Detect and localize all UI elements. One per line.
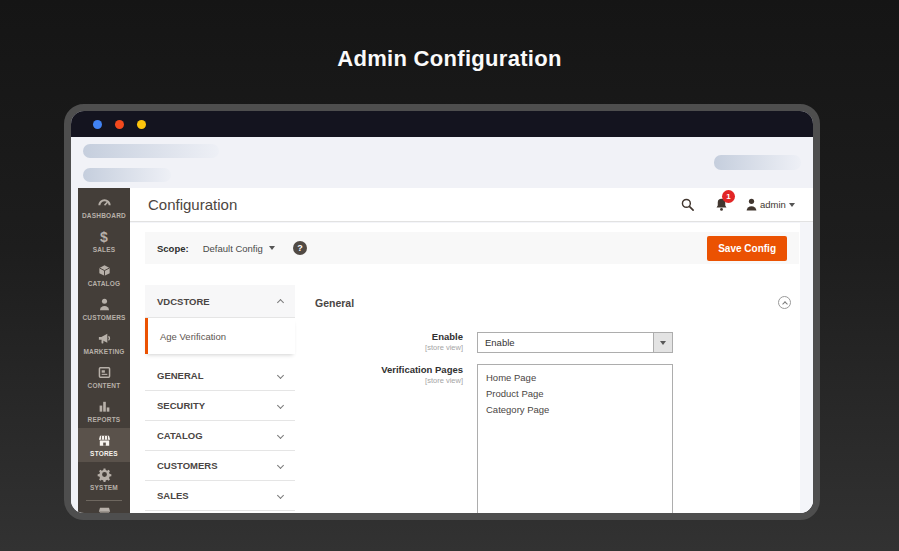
sidebar-item-dashboard[interactable]: DASHBOARD [78,190,130,224]
user-icon[interactable] [744,197,759,216]
sidebar-item-label: CATALOG [88,280,121,287]
config-nav-item-age-verification[interactable]: Age Verification [145,318,295,354]
browser-window: DASHBOARD $ SALES CATALOG [64,104,820,520]
config-nav-group-label: CATALOG [157,430,203,441]
config-nav-section-label: VDCSTORE [157,296,210,307]
scope-select[interactable]: Default Config [203,243,263,254]
field-scope-text: [store view] [315,343,463,352]
sidebar-divider [86,500,122,501]
config-nav-group-customers[interactable]: CUSTOMERS [145,451,295,481]
config-nav: VDCSTORE Age Verification GENERAL SECURI… [145,285,295,511]
sidebar-item-customers[interactable]: CUSTOMERS [78,292,130,326]
config-nav-section-vdcstore[interactable]: VDCSTORE [145,285,295,318]
skeleton-bar [714,155,801,170]
sidebar-item-label: CONTENT [88,382,121,389]
chevron-down-icon [789,203,795,207]
config-nav-group-general[interactable]: GENERAL [145,361,295,391]
save-config-button[interactable]: Save Config [707,236,787,261]
sidebar-item-label: SYSTEM [90,484,118,491]
config-nav-group-label: CUSTOMERS [157,460,218,471]
dollar-icon: $ [100,229,108,244]
help-icon[interactable]: ? [293,241,307,255]
scope-label: Scope: [157,243,189,254]
field-label-enable: Enable [store view] [315,331,463,352]
select-arrow-button[interactable] [653,333,672,352]
sidebar-item-system[interactable]: SYSTEM [78,462,130,496]
package-icon [97,263,112,278]
search-icon[interactable] [680,197,695,216]
chevron-down-icon [277,402,284,409]
config-nav-active-label: Age Verification [160,331,226,342]
sidebar-item-label: CUSTOMERS [82,314,125,321]
sidebar-item-label: DASHBOARD [82,212,126,219]
sidebar-item-marketing[interactable]: MARKETING [78,326,130,360]
window-dot-red[interactable] [115,120,124,129]
magento-admin: DASHBOARD $ SALES CATALOG [78,188,813,513]
chevron-down-icon [277,462,284,469]
multiselect-option-category-page[interactable]: Category Page [478,402,672,418]
skeleton-bar [83,144,219,158]
sidebar-item-label: MARKETING [83,348,124,355]
collapse-section-button[interactable] [778,296,791,309]
enable-select-value: Enable [485,333,515,352]
admin-sidebar: DASHBOARD $ SALES CATALOG [78,188,130,513]
configuration-title: Configuration [148,196,237,213]
field-label-verification-pages: Verification Pages [store view] [315,364,463,385]
sidebar-item-stores[interactable]: STORES [78,428,130,462]
sidebar-item-catalog[interactable]: CATALOG [78,258,130,292]
config-nav-group-label: GENERAL [157,370,203,381]
scope-bar: Scope: Default Config ? Save Config [145,232,799,264]
admin-main: Configuration 1 admin [130,188,813,513]
notification-badge[interactable]: 1 [722,190,735,203]
gear-icon [97,467,112,482]
chevron-up-icon [782,301,788,307]
field-label-text: Enable [315,331,463,342]
section-title-general: General [315,297,354,309]
chevron-down-icon [660,341,666,345]
admin-header: Configuration 1 admin [130,188,813,222]
multiselect-option-home-page[interactable]: Home Page [478,370,672,386]
window-dot-blue[interactable] [93,120,102,129]
browser-viewport: DASHBOARD $ SALES CATALOG [71,137,813,513]
sidebar-item-reports[interactable]: REPORTS [78,394,130,428]
multiselect-option-product-page[interactable]: Product Page [478,386,672,402]
config-nav-group-label: SECURITY [157,400,205,411]
megaphone-icon [97,331,112,346]
gauge-icon [97,195,112,210]
person-icon [97,297,112,312]
verification-pages-multiselect[interactable]: Home Page Product Page Category Page [477,364,673,516]
sidebar-item-label: STORES [90,450,118,457]
layout-icon [97,365,112,380]
window-dot-yellow[interactable] [137,120,146,129]
sidebar-item-partial[interactable] [78,504,130,519]
browser-titlebar [71,111,813,137]
sidebar-item-content[interactable]: CONTENT [78,360,130,394]
field-label-text: Verification Pages [315,364,463,375]
chevron-up-icon [277,299,284,306]
config-nav-group-security[interactable]: SECURITY [145,391,295,421]
config-nav-group-label: SALES [157,490,189,501]
storefront-icon [97,504,112,519]
sidebar-item-sales[interactable]: $ SALES [78,224,130,258]
field-scope-text: [store view] [315,376,463,385]
sidebar-item-label: SALES [93,246,116,253]
skeleton-bar [83,168,171,182]
config-nav-group-sales[interactable]: SALES [145,481,295,511]
screenshot-stage: Admin Configuration DASHBOARD [0,0,899,551]
page-title: Admin Configuration [0,46,899,72]
sidebar-item-label: REPORTS [88,416,121,423]
admin-user-menu[interactable]: admin [760,199,786,210]
bar-chart-icon [97,399,112,414]
chevron-down-icon [269,246,275,250]
enable-select[interactable]: Enable [477,332,673,353]
chevron-down-icon [277,432,284,439]
chevron-down-icon [277,492,284,499]
chevron-down-icon [277,372,284,379]
storefront-icon [97,433,112,448]
config-nav-group-catalog[interactable]: CATALOG [145,421,295,451]
